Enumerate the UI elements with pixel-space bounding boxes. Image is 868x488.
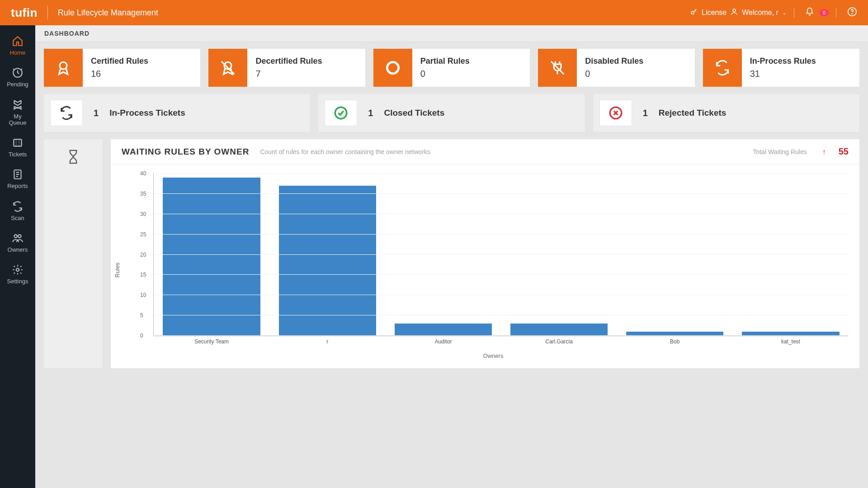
help-button[interactable] [847,7,857,19]
stat-card-label: Partial Rules [420,56,470,66]
stat-card-value: 31 [750,69,816,79]
stat-card-label: Disabled Rules [585,56,643,66]
stat-card-refresh[interactable]: In-Process Rules31 [703,48,860,87]
plug-off-icon [538,49,577,87]
bar-slot: Security Team [154,174,269,336]
user-icon [730,8,738,18]
sidebar-item-label: MyQueue [9,113,26,127]
sidebar-item-home[interactable]: Home [0,30,35,61]
stat-card-value: 7 [255,69,322,79]
sidebar-item-label: Tickets [9,151,27,158]
y-tick: 20 [140,252,146,258]
notifications-button[interactable]: 0 [805,7,829,18]
chart-bar[interactable] [510,324,608,336]
circle-hollow-icon [373,49,412,87]
gridline [154,335,849,336]
ticket-count: 1 [643,108,648,118]
brand-logo: tufin [11,6,38,20]
y-tick: 35 [140,191,146,197]
chart-plot-area: Security TeamrAuditorCarl.GarciaBobkat_t… [153,174,849,336]
ticket-label: In-Process Tickets [109,108,185,118]
ticket-label: Closed Tickets [384,108,444,118]
stat-card-ribbon[interactable]: Certified Rules16 [43,48,201,87]
chart-bar[interactable] [163,178,260,336]
gridline [154,295,849,295]
user-menu[interactable]: Welcome, r ⌄ [730,8,787,18]
svg-point-8 [18,235,21,238]
svg-point-7 [14,235,17,238]
y-tick: 30 [140,211,146,217]
stat-card-circle-hollow[interactable]: Partial Rules0 [373,48,530,87]
divider [47,6,48,19]
myqueue-icon [12,99,24,111]
gridline [154,173,849,174]
settings-icon [12,264,24,276]
bar-slot: Bob [617,174,733,336]
chart-subtitle: Count of rules for each owner containing… [260,148,742,155]
pending-icon [12,67,24,79]
chart-aside-icon-box [43,139,103,369]
svg-point-0 [691,11,694,14]
chart-bar[interactable] [395,324,492,336]
refresh-icon [703,49,742,87]
sidebar-item-owners[interactable]: Owners [0,227,35,258]
chart-bar[interactable] [279,186,376,336]
notification-badge: 0 [820,9,829,16]
x-circle-icon [599,100,632,126]
sidebar-item-scan[interactable]: Scan [0,195,35,227]
gridline [154,193,849,194]
svg-rect-5 [14,140,21,146]
bar-slot: Auditor [385,174,501,336]
y-tick: 15 [140,272,146,278]
sidebar-item-myqueue[interactable]: MyQueue [0,94,35,132]
gridline [154,234,849,235]
breadcrumb: DASHBOARD [35,25,868,42]
refresh-icon [50,100,83,126]
sidebar-item-label: Scan [11,215,24,221]
home-icon [12,35,24,47]
ticket-card-1[interactable]: 1Closed Tickets [318,94,585,132]
bar-slot: Carl.Garcia [501,174,617,336]
y-tick: 40 [140,170,146,177]
svg-point-1 [733,9,736,12]
stat-card-value: 16 [91,69,148,79]
y-tick: 5 [140,312,143,319]
svg-point-9 [16,268,19,272]
license-link[interactable]: License [690,8,726,18]
gridline [154,315,849,315]
owners-icon [12,232,24,244]
stat-card-value: 0 [420,69,470,79]
x-tick: Security Team [194,338,229,345]
ticket-label: Rejected Tickets [659,108,726,118]
chart-x-axis-label: Owners [138,352,849,359]
svg-point-12 [387,62,398,73]
gridline [154,274,849,275]
ticket-count: 1 [94,108,99,118]
arrow-up-icon: ↑ [822,148,826,156]
app-subtitle: Rule Lifecycle Management [58,8,158,18]
svg-point-3 [852,14,853,14]
stat-card-ribbon-slash[interactable]: Decertified Rules7 [208,48,365,87]
svg-point-10 [60,62,67,69]
sidebar-item-label: Reports [7,183,28,189]
key-icon [690,8,698,18]
ribbon-icon [44,49,83,87]
sidebar-item-tickets[interactable]: Tickets [0,131,35,163]
ribbon-slash-icon [208,49,247,87]
sidebar-item-label: Pending [7,81,28,88]
stat-card-label: In-Process Rules [750,56,816,66]
stat-card-plug-off[interactable]: Disabled Rules0 [538,48,695,87]
help-icon [847,7,857,19]
ticket-card-2[interactable]: 1Rejected Tickets [593,94,860,132]
scan-icon [12,201,24,212]
x-tick: Bob [670,338,679,345]
bell-icon [805,7,814,18]
bar-slot: r [269,174,385,336]
sidebar-item-reports[interactable]: Reports [0,163,35,195]
gridline [154,254,849,255]
y-tick: 25 [140,231,146,238]
x-tick: kat_test [781,338,800,345]
ticket-card-0[interactable]: 1In-Process Tickets [43,94,311,132]
sidebar-item-pending[interactable]: Pending [0,61,35,93]
sidebar-item-settings[interactable]: Settings [0,258,35,290]
